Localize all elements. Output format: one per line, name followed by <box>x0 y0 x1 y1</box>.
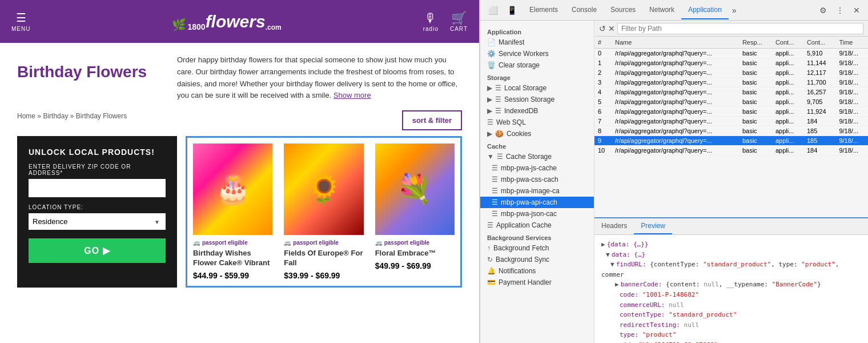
inspect-element-button[interactable]: ⬜ <box>485 3 501 17</box>
zip-input[interactable] <box>29 179 166 197</box>
passport-icon-1: 🚐 <box>193 240 200 246</box>
expand-icon: ▶ <box>487 107 492 115</box>
sidebar-item-cache-storage[interactable]: ▼ ☰ Cache Storage <box>480 151 594 162</box>
clear-storage-icon: 🗑️ <box>487 61 496 69</box>
table-row[interactable]: 3 /r/api/aggregator/graphql?query=... ba… <box>594 78 868 87</box>
more-tabs-button[interactable]: » <box>729 1 740 19</box>
tab-elements[interactable]: Elements <box>523 1 565 19</box>
table-row[interactable]: 1 /r/api/aggregator/graphql?query=... ba… <box>594 58 868 68</box>
sidebar-item-payment-handler[interactable]: 💳 Payment Handler <box>480 277 594 288</box>
menu-button[interactable]: ☰ MENU <box>11 11 30 32</box>
bottom-panel: Headers Preview ▶{data: {…}} ▼data: {…} … <box>594 217 868 343</box>
settings-button[interactable]: ⚙ <box>816 3 830 17</box>
list-item: 🌻 🚐 passport eligible Fields Of Europe® … <box>278 138 369 286</box>
sidebar-item-session-storage[interactable]: ▶ ☰ Session Storage <box>480 94 594 105</box>
sidebar-item-background-sync[interactable]: ↻ Background Sync <box>480 254 594 265</box>
sidebar-item-cookies[interactable]: ▶ 🍪 Cookies <box>480 128 594 139</box>
close-button[interactable]: ✕ <box>850 3 863 17</box>
expand-icon: ▼ <box>487 153 494 161</box>
sidebar-item-notifications[interactable]: 🔔 Notifications <box>480 265 594 277</box>
product-price-3: $49.99 - $69.99 <box>375 261 455 270</box>
zip-title: UNLOCK LOCAL PRODUCTS! <box>29 147 166 157</box>
website-panel: ☰ MENU 🌿 1800 flowers .com 🎙 radio 🛒 CAR… <box>0 0 480 343</box>
page-title: Birthday Flowers <box>17 63 166 81</box>
pwa-js-icon: ☰ <box>492 164 498 172</box>
site-header: ☰ MENU 🌿 1800 flowers .com 🎙 radio 🛒 CAR… <box>0 0 479 43</box>
product-name-3[interactable]: Floral Embrace™ <box>375 249 455 258</box>
table-row[interactable]: 0 /r/api/aggregator/graphql?query=... ba… <box>594 49 868 58</box>
refresh-button[interactable]: ↺ <box>599 24 606 33</box>
sidebar-item-indexeddb[interactable]: ▶ ☰ IndexedDB <box>480 105 594 117</box>
sidebar-item-application-cache[interactable]: ☰ Application Cache <box>480 220 594 231</box>
col-cont2: Cont... <box>803 37 836 49</box>
sidebar-item-service-workers[interactable]: ⚙️ Service Workers <box>480 48 594 59</box>
cache-table: # Name Resp... Cont... Cont... Time 0 /r… <box>594 37 868 217</box>
sidebar-item-clear-storage[interactable]: 🗑️ Clear storage <box>480 59 594 71</box>
col-name: Name <box>612 37 739 49</box>
zip-delivery-box: UNLOCK LOCAL PRODUCTS! ENTER DELIVERY ZI… <box>17 136 177 288</box>
sidebar-item-pwa-json-cache[interactable]: ☰ mbp-pwa-json-cac <box>480 208 594 220</box>
cart-label: CART <box>450 26 468 32</box>
table-row[interactable]: 8 /r/api/aggregator/graphql?query=... ba… <box>594 126 868 136</box>
product-name-1[interactable]: Birthday Wishes Flower Cake® Vibrant <box>193 249 272 268</box>
table-row[interactable]: 6 /r/api/aggregator/graphql?query=... ba… <box>594 107 868 117</box>
microphone-icon: 🎙 <box>424 11 437 26</box>
sidebar-item-pwa-api-cache[interactable]: ☰ mbp-pwa-api-cach <box>480 197 594 208</box>
table-row[interactable]: 9 /r/api/aggregator/graphql?query=... ba… <box>594 136 868 146</box>
col-cont1: Cont... <box>772 37 803 49</box>
tab-application[interactable]: Application <box>681 1 729 19</box>
passport-badge-1: 🚐 passport eligible <box>193 240 272 246</box>
cache-section-label: Cache <box>480 139 594 151</box>
product-image-1: 🎂 <box>193 143 272 235</box>
sidebar-item-pwa-css-cache[interactable]: ☰ mbp-pwa-css-cach <box>480 174 594 185</box>
hero-text: Order happy birthday flowers for that sp… <box>177 54 462 102</box>
sidebar-item-web-sql[interactable]: ☰ Web SQL <box>480 117 594 128</box>
preview-panel: ▶{data: {…}} ▼data: {…} ▼findURL: {conte… <box>594 235 868 343</box>
table-row[interactable]: 7 /r/api/aggregator/graphql?query=... ba… <box>594 117 868 126</box>
devtools-topbar: ⬜ 📱 Elements Console Sources Network App… <box>480 0 868 21</box>
sidebar-item-manifest[interactable]: 📄 Manifest <box>480 37 594 48</box>
device-toolbar-button[interactable]: 📱 <box>504 3 520 17</box>
tab-sources[interactable]: Sources <box>604 1 642 19</box>
tab-headers[interactable]: Headers <box>594 218 634 234</box>
filter-input[interactable] <box>617 23 863 34</box>
sort-filter-button[interactable]: sort & filter <box>402 110 462 130</box>
more-options-button[interactable]: ⋮ <box>833 3 847 17</box>
product-name-2[interactable]: Fields Of Europe® For Fall <box>284 249 363 268</box>
tab-console[interactable]: Console <box>565 1 604 19</box>
breadcrumb-birthday[interactable]: Birthday <box>43 112 68 120</box>
product-image-3: 💐 <box>375 143 455 235</box>
background-services-label: Background Services <box>480 231 594 242</box>
logo-flowers: flowers <box>206 12 266 31</box>
tab-preview[interactable]: Preview <box>634 218 672 234</box>
list-item: 🎂 🚐 passport eligible Birthday Wishes Fl… <box>187 138 278 286</box>
breadcrumb-home[interactable]: Home <box>17 112 35 120</box>
tab-network[interactable]: Network <box>642 1 681 19</box>
sidebar-item-pwa-image-cache[interactable]: ☰ mbp-pwa-image-ca <box>480 185 594 197</box>
breadcrumb: Home » Birthday » Birthday Flowers <box>17 112 127 120</box>
sidebar-item-local-storage[interactable]: ▶ ☰ Local Storage <box>480 82 594 94</box>
location-select[interactable]: Residence Business <box>29 213 166 230</box>
go-button[interactable]: GO ▶ <box>29 238 166 263</box>
show-more-link[interactable]: Show more <box>333 91 371 99</box>
pwa-css-icon: ☰ <box>492 176 498 184</box>
content-area: Birthday Flowers Order happy birthday fl… <box>0 43 479 299</box>
menu-icon: ☰ <box>16 11 26 25</box>
table-row[interactable]: 10 /r/api/aggregator/graphql?query=... b… <box>594 146 868 155</box>
devtools-top-right: ⚙ ⋮ ✕ <box>816 3 863 17</box>
devtools-body: Application 📄 Manifest ⚙️ Service Worker… <box>480 21 868 343</box>
hero-section: Birthday Flowers Order happy birthday fl… <box>17 54 462 102</box>
table-row[interactable]: 2 /r/api/aggregator/graphql?query=... ba… <box>594 68 868 78</box>
cookies-icon: 🍪 <box>495 130 504 138</box>
table-row[interactable]: 4 /r/api/aggregator/graphql?query=... ba… <box>594 87 868 97</box>
application-section-label: Application <box>480 25 594 37</box>
product-price-2: $39.99 - $69.99 <box>284 271 363 280</box>
logo[interactable]: 🌿 1800 flowers .com <box>30 12 423 31</box>
sidebar-item-pwa-js-cache[interactable]: ☰ mbp-pwa-js-cache <box>480 162 594 174</box>
cart-button[interactable]: 🛒 CART <box>450 11 468 32</box>
logo-com: .com <box>266 23 282 31</box>
sidebar-item-background-fetch[interactable]: ↑ Background Fetch <box>480 242 594 254</box>
table-row[interactable]: 5 /r/api/aggregator/graphql?query=... ba… <box>594 97 868 107</box>
radio-button[interactable]: 🎙 radio <box>423 11 439 32</box>
clear-filter-button[interactable]: ✕ <box>608 24 615 33</box>
